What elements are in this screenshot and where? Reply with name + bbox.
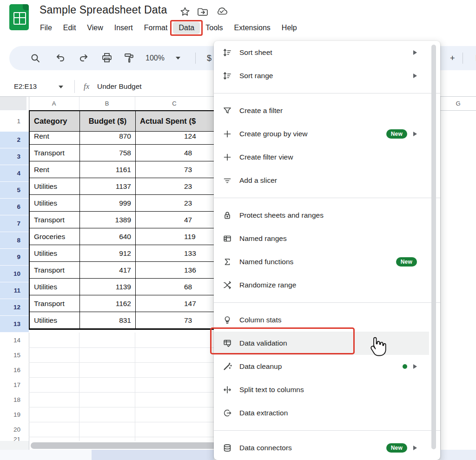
row-header-10[interactable]: 10 bbox=[0, 266, 29, 282]
insert-plus-button[interactable]: + bbox=[450, 46, 455, 70]
paint-format-icon[interactable] bbox=[123, 46, 135, 70]
menu-help[interactable]: Help bbox=[276, 22, 303, 34]
row-header-13[interactable]: 13 bbox=[0, 316, 29, 333]
name-box-chevron-down-icon[interactable] bbox=[59, 88, 63, 97]
table-cell[interactable]: Utilities bbox=[30, 312, 80, 329]
row-header-5[interactable]: 5 bbox=[0, 182, 29, 199]
menu-item-split-text-to-columns[interactable]: Split text to columns bbox=[214, 378, 440, 401]
table-cell[interactable]: 1162 bbox=[80, 295, 136, 312]
row-header-14[interactable]: 14 bbox=[0, 333, 29, 347]
row-header-6[interactable]: 6 bbox=[0, 199, 29, 215]
table-cell[interactable]: 1139 bbox=[80, 279, 136, 295]
database-icon bbox=[222, 443, 232, 453]
red-annotation-data-validation bbox=[210, 327, 355, 354]
column-header-B[interactable]: B bbox=[79, 97, 135, 110]
table-cell[interactable]: Transport bbox=[30, 262, 80, 279]
document-title[interactable]: Sample Spreadsheet Data bbox=[40, 4, 167, 16]
select-all-corner[interactable] bbox=[0, 97, 26, 110]
row-header-15[interactable]: 15 bbox=[0, 347, 29, 362]
zoom-level-select[interactable]: 100% bbox=[145, 46, 165, 70]
cloud-saved-icon[interactable] bbox=[216, 6, 228, 18]
row-header-16[interactable]: 16 bbox=[0, 362, 29, 377]
new-badge: New bbox=[396, 257, 417, 267]
table-cell[interactable]: 640 bbox=[80, 228, 136, 245]
menu-item-sort-range[interactable]: Sort range bbox=[214, 64, 440, 87]
search-icon[interactable] bbox=[30, 46, 41, 70]
table-cell[interactable]: 912 bbox=[80, 245, 136, 262]
table-cell[interactable]: 831 bbox=[80, 312, 136, 329]
column-header-C[interactable]: C bbox=[135, 97, 214, 110]
column-header-G[interactable]: G bbox=[440, 97, 476, 110]
row-header-12[interactable]: 12 bbox=[0, 299, 29, 316]
menu-item-named-functions[interactable]: Named functionsNew bbox=[214, 250, 440, 273]
menu-item-protect-sheets-and-ranges[interactable]: Protect sheets and ranges bbox=[214, 204, 440, 227]
menu-view[interactable]: View bbox=[81, 22, 108, 34]
menu-item-data-extraction[interactable]: Data extraction bbox=[214, 401, 440, 425]
toolbar-divider-2 bbox=[463, 53, 463, 64]
column-header-A[interactable]: A bbox=[29, 97, 79, 110]
menu-item-create-a-filter[interactable]: Create a filter bbox=[214, 99, 440, 122]
table-cell[interactable]: Rent bbox=[30, 161, 80, 178]
table-cell[interactable]: Transport bbox=[30, 295, 80, 312]
name-box[interactable]: E2:E13 bbox=[14, 82, 37, 90]
menu-insert[interactable]: Insert bbox=[109, 22, 139, 34]
row-header-9[interactable]: 9 bbox=[0, 249, 29, 266]
menu-format[interactable]: Format bbox=[139, 22, 173, 34]
menu-file[interactable]: File bbox=[34, 22, 58, 34]
table-cell[interactable]: 417 bbox=[80, 262, 136, 279]
plus-icon bbox=[222, 129, 232, 139]
table-cell[interactable]: 758 bbox=[80, 145, 136, 161]
menu-item-create-group-by-view[interactable]: Create group by viewNew bbox=[214, 122, 440, 146]
menu-item-randomize-range[interactable]: Randomize range bbox=[214, 273, 440, 297]
menu-item-label: Sort range bbox=[239, 72, 273, 80]
menu-item-sort-sheet[interactable]: Sort sheet bbox=[214, 41, 440, 64]
table-cell[interactable]: 1389 bbox=[80, 212, 136, 228]
row-header-11[interactable]: 11 bbox=[0, 282, 29, 299]
lock-icon bbox=[222, 211, 232, 220]
menu-item-create-filter-view[interactable]: Create filter view bbox=[214, 146, 440, 169]
table-cell[interactable]: Utilities bbox=[30, 279, 80, 295]
menu-scrollbar[interactable] bbox=[431, 45, 436, 449]
row-header-18[interactable]: 18 bbox=[0, 392, 29, 407]
menu-item-label: Create filter view bbox=[239, 153, 293, 161]
google-sheets-logo[interactable] bbox=[9, 4, 29, 30]
menu-item-add-a-slicer[interactable]: Add a slicer bbox=[214, 169, 440, 192]
table-cell[interactable]: 870 bbox=[80, 128, 136, 145]
formula-bar-input[interactable]: Under Budget bbox=[97, 82, 142, 91]
row-header-4[interactable]: 4 bbox=[0, 165, 29, 182]
undo-icon[interactable] bbox=[55, 46, 66, 70]
table-cell[interactable]: Transport bbox=[30, 145, 80, 161]
row-header-20[interactable]: 20 bbox=[0, 422, 29, 437]
table-cell[interactable]: 1137 bbox=[80, 178, 136, 195]
menu-item-named-ranges[interactable]: Named ranges bbox=[214, 227, 440, 250]
menu-data[interactable]: Data bbox=[173, 22, 200, 34]
redo-icon[interactable] bbox=[78, 46, 89, 70]
menu-item-data-cleanup[interactable]: Data cleanup bbox=[214, 355, 440, 378]
bottom-strip-right bbox=[440, 450, 476, 460]
menu-edit[interactable]: Edit bbox=[58, 22, 82, 34]
star-icon[interactable] bbox=[179, 6, 191, 19]
currency-format-button[interactable]: $ bbox=[207, 46, 212, 70]
table-cell[interactable]: 1161 bbox=[80, 161, 136, 178]
row-header-2[interactable]: 2 bbox=[0, 132, 29, 148]
zoom-chevron-down-icon[interactable] bbox=[176, 46, 180, 70]
table-cell[interactable]: Utilities bbox=[30, 178, 80, 195]
row-header-1[interactable]: 1 bbox=[0, 110, 29, 132]
row-header-17[interactable]: 17 bbox=[0, 377, 29, 392]
menu-item-data-connectors[interactable]: Data connectorsNew bbox=[214, 436, 440, 460]
table-cell[interactable]: Rent bbox=[30, 128, 80, 145]
row-header-3[interactable]: 3 bbox=[0, 148, 29, 165]
table-cell[interactable]: Utilities bbox=[30, 245, 80, 262]
table-cell[interactable]: 999 bbox=[80, 195, 136, 212]
table-cell[interactable]: Utilities bbox=[30, 195, 80, 212]
menu-item-data-validation[interactable]: Data validation bbox=[214, 332, 440, 355]
row-header-7[interactable]: 7 bbox=[0, 215, 29, 232]
row-header-19[interactable]: 19 bbox=[0, 407, 29, 422]
menu-tools[interactable]: Tools bbox=[200, 22, 228, 34]
row-header-8[interactable]: 8 bbox=[0, 232, 29, 249]
table-cell[interactable]: Transport bbox=[30, 212, 80, 228]
move-folder-icon[interactable] bbox=[197, 7, 208, 19]
print-icon[interactable] bbox=[101, 46, 113, 70]
table-cell[interactable]: Groceries bbox=[30, 228, 80, 245]
menu-extensions[interactable]: Extensions bbox=[229, 22, 276, 34]
